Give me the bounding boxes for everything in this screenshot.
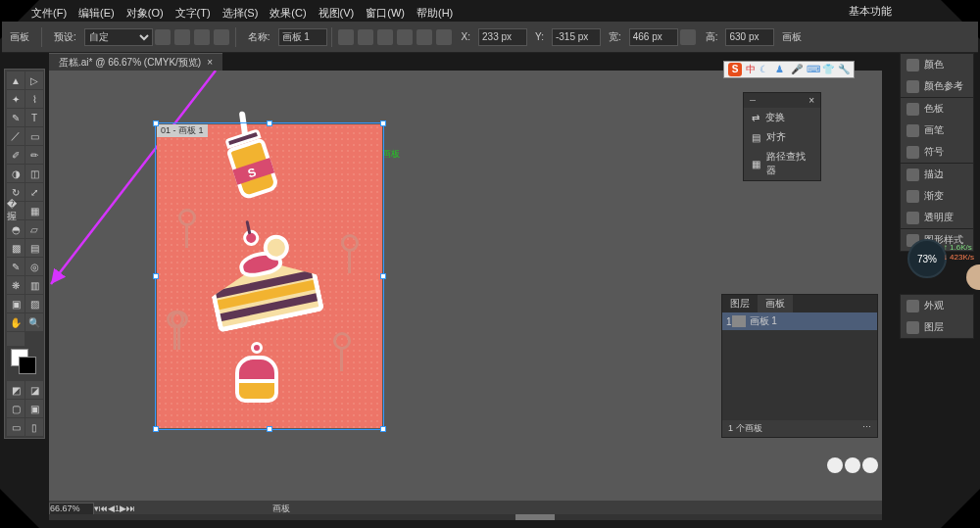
artboard-name-input[interactable] [278,28,327,46]
dock-appearance[interactable]: 外观 [901,295,973,316]
user-avatar[interactable] [966,264,980,290]
ime-toolbar[interactable]: S 中 ☾ ♟ 🎤 ⌨ 👕 🔧 [723,61,855,78]
menu-type[interactable]: 文字(T) [173,5,213,22]
nav-last-icon[interactable]: ⏭ [126,504,135,513]
handle-mr[interactable] [380,273,386,279]
dock-color-guide[interactable]: 颜色参考 [901,75,973,97]
handle-bm[interactable] [267,426,272,432]
draw-normal-icon[interactable]: ▢ [7,400,24,417]
handle-ml[interactable] [153,273,159,279]
draw-behind-icon[interactable]: ▣ [25,400,43,417]
panel-close-icon[interactable]: × [808,95,814,106]
free-transform-tool-icon[interactable]: ▦ [25,202,43,219]
status-mode[interactable]: 画板 [272,503,290,515]
mesh-tool-icon[interactable]: ▩ [7,239,24,257]
selection-bounding-box[interactable] [155,122,384,430]
blob-brush-tool-icon[interactable]: ◑ [7,165,24,182]
line-tool-icon[interactable]: ／ [7,127,24,145]
align-icon-1[interactable] [358,29,373,45]
direct-selection-tool-icon[interactable]: ▷ [25,72,43,89]
transform-panel[interactable]: ┄× ⇄变换 ▤对齐 ▦路径查找器 [743,92,821,181]
pathfinder-row[interactable]: ▦路径查找器 [744,147,820,180]
person-icon[interactable]: ♟ [775,64,787,75]
nav-first-icon[interactable]: ⏮ [99,504,108,513]
width-tool-icon[interactable]: �握 [7,202,24,219]
artboard-tool-icon[interactable]: ▣ [7,295,24,312]
preset-select[interactable]: 自定 [84,28,153,46]
dock-swatches[interactable]: 色板 [901,98,973,120]
handle-tm[interactable] [267,120,272,126]
reference-point-icon[interactable] [436,29,452,45]
zoom-input[interactable] [49,503,94,515]
shape-builder-tool-icon[interactable]: ◓ [7,220,24,238]
handle-br[interactable] [380,426,386,432]
handle-tr[interactable] [380,120,386,126]
menu-view[interactable]: 视图(V) [317,5,357,22]
scale-tool-icon[interactable]: ⤢ [25,183,43,201]
menu-effect[interactable]: 效果(C) [268,5,308,22]
align-icon-4[interactable] [416,29,432,45]
symbol-sprayer-tool-icon[interactable]: ❋ [7,276,24,294]
lasso-tool-icon[interactable]: ⌇ [25,90,43,108]
x-input[interactable] [478,28,527,46]
artboards-panel[interactable]: 图层 画板 1 画板 1 1 个画板 ⋯ [721,294,878,438]
pencil-tool-icon[interactable]: ✏ [25,146,43,164]
align-row[interactable]: ▤对齐 [744,127,820,147]
paintbrush-tool-icon[interactable]: ✐ [7,146,24,164]
artboard-options-button[interactable]: 画板 [774,30,809,44]
dock-symbols[interactable]: 符号 [901,141,973,163]
artboard[interactable]: S 01 - 画板 1 画板 [157,124,382,428]
column-graph-tool-icon[interactable]: ▥ [25,276,43,294]
tab-artboards[interactable]: 画板 [758,295,793,312]
perf-gauge[interactable]: 73% [907,239,947,278]
nav-next-icon[interactable]: ▶ [120,504,126,513]
horizontal-scrollbar[interactable] [49,514,882,520]
new-artboard-icon[interactable] [194,29,210,45]
menu-file[interactable]: 文件(F) [29,5,69,22]
rectangle-tool-icon[interactable]: ▭ [25,127,43,145]
menu-edit[interactable]: 编辑(E) [76,5,117,22]
pen-tool-icon[interactable]: ✎ [7,109,24,126]
panel-options-icon[interactable]: ⋯ [862,422,871,435]
dock-gradient[interactable]: 渐变 [901,185,973,207]
document-tab[interactable]: 蛋糕.ai* @ 66.67% (CMYK/预览) × [49,53,222,71]
gradient-tool-icon[interactable]: ▤ [25,239,43,257]
selection-tool-icon[interactable]: ▲ [7,72,24,89]
wrench-icon[interactable]: 🔧 [838,64,850,75]
toggle-fill-stroke-icon[interactable] [7,332,24,346]
sogou-icon[interactable]: S [728,63,742,76]
dock-layers[interactable]: 图层 [901,316,973,338]
nav-prev-icon[interactable]: ◀ [108,504,115,513]
menu-window[interactable]: 窗口(W) [364,5,407,22]
screen-mode-icon[interactable]: ▭ [7,418,24,436]
align-icon-2[interactable] [377,29,393,45]
mic-icon[interactable]: 🎤 [791,64,803,75]
keyboard-icon[interactable]: ⌨ [807,64,818,75]
panel-grip-icon[interactable]: ┄ [750,95,756,106]
w-input[interactable] [629,28,678,46]
scrollbar-thumb[interactable] [515,514,555,520]
hand-tool-icon[interactable]: ✋ [7,313,24,331]
slice-tool-icon[interactable]: ▨ [25,295,43,312]
workspace-switcher[interactable]: 基本功能 [849,4,892,19]
ime-lang[interactable]: 中 [746,63,756,76]
link-wh-icon[interactable] [680,29,696,45]
dock-color[interactable]: 颜色 [901,54,973,75]
y-input[interactable] [552,28,601,46]
dock-stroke[interactable]: 描边 [901,164,973,185]
handle-tl[interactable] [153,120,159,126]
fill-stroke-swatch[interactable] [7,347,43,380]
eyedropper-tool-icon[interactable]: ✎ [7,258,24,275]
perspective-tool-icon[interactable]: ▱ [25,220,43,238]
color-mode-icon[interactable]: ◩ [7,381,24,399]
dock-brushes[interactable]: 画笔 [901,120,973,141]
menu-object[interactable]: 对象(O) [124,5,166,22]
moveart-icon[interactable] [338,29,354,45]
menu-select[interactable]: 选择(S) [220,5,261,22]
zoom-tool-icon[interactable]: 🔍 [25,313,43,331]
orientation-landscape-icon[interactable] [174,29,190,45]
h-input[interactable] [725,28,774,46]
stroke-swatch-icon[interactable] [19,357,36,374]
close-tab-icon[interactable]: × [207,57,213,68]
tab-layers[interactable]: 图层 [722,295,758,312]
